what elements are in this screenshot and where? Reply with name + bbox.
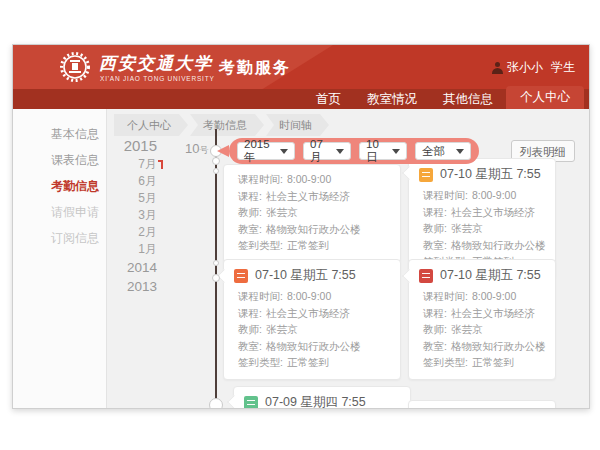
timeline-month-feb[interactable]: 2月 [109,224,157,241]
detail-label: 教室: [238,223,262,235]
detail-label: 课程时间: [423,290,468,302]
timeline-date-list: 2015 7月 6月 5月 3月 2月 1月 2014 2013 [109,135,157,296]
detail-label: 教室: [423,239,447,251]
sidebar-item-leave-request[interactable]: 请假申请 [13,199,106,225]
detail-value: 社会主义市场经济 [266,307,350,319]
breadcrumb-personal-center[interactable]: 个人中心 [114,114,188,136]
timeline-month-jul[interactable]: 7月 [109,156,157,173]
detail-value: 张芸京 [451,323,483,335]
timeline-node [213,168,219,174]
sidebar: 基本信息 课表信息 考勤信息 请假申请 订阅信息 [13,109,107,408]
detail-value: 社会主义市场经济 [266,190,350,202]
breadcrumb: 个人中心 考勤信息 时间轴 [114,114,329,136]
nav-item-other-info[interactable]: 其他信息 [430,89,506,109]
timeline-node [209,398,223,409]
chevron-down-icon [392,149,400,154]
timeline-year-2013[interactable]: 2013 [109,277,157,296]
chevron-down-icon [280,149,288,154]
user-role: 学生 [551,59,575,76]
detail-value: 张芸京 [451,222,483,234]
current-month-marker-icon [161,160,163,169]
attendance-card [408,400,556,409]
timeline-month-jun[interactable]: 6月 [109,173,157,190]
status-icon [419,168,433,182]
detail-value: 正常签到 [472,356,514,368]
timeline-year-2014[interactable]: 2014 [109,258,157,277]
year-select[interactable]: 2015年 [237,142,295,160]
detail-value: 社会主义市场经济 [451,206,535,218]
detail-value: 张芸京 [266,206,298,218]
detail-label: 教室: [423,340,447,352]
status-icon [244,396,258,410]
detail-value: 8:00-9:00 [472,189,516,201]
card-title: 07-10 星期五 7:55 [440,166,541,183]
nav-item-home[interactable]: 首页 [303,89,354,109]
detail-value: 格物致知行政办公楼 [451,239,546,251]
timeline-month-mar[interactable]: 3月 [109,207,157,224]
month-select[interactable]: 07月 [303,142,351,160]
content-area: 基本信息 课表信息 考勤信息 请假申请 订阅信息 个人中心 考勤信息 时间轴 2… [13,109,589,408]
app-window: 西安交通大学 XI'AN JIAO TONG UNIVERSITY 考勤服务 张… [12,44,590,409]
detail-value: 8:00-9:00 [287,173,331,185]
nav-item-classrooms[interactable]: 教室情况 [354,89,430,109]
timeline-node [212,274,220,282]
status-icon [419,269,433,283]
detail-label: 课程: [423,307,447,319]
chevron-down-icon [336,149,344,154]
card-title: 07-10 星期五 7:55 [440,267,541,284]
detail-label: 签到类型: [238,239,283,251]
attendance-card: 07-10 星期五 7:55 课程时间:8:00-9:00 课程:社会主义市场经… [408,259,556,380]
detail-label: 教师: [238,323,262,335]
detail-value: 8:00-9:00 [287,290,331,302]
main-nav: 首页 教室情况 其他信息 个人中心 [13,89,589,109]
filter-balloon: 2015年 07月 10日 全部 [229,138,479,164]
detail-value: 格物致知行政办公楼 [451,340,546,352]
user-icon [492,62,503,74]
detail-label: 课程: [423,206,447,218]
app-title: 考勤服务 [219,58,291,79]
timeline-month-jan[interactable]: 1月 [109,241,157,258]
university-logo-icon [59,51,91,83]
detail-label: 课程时间: [238,173,283,185]
nav-item-personal-center[interactable]: 个人中心 [506,86,584,109]
university-name-cn: 西安交通大学 [99,52,213,75]
timeline-year-2015[interactable]: 2015 [109,135,157,156]
sidebar-item-subscription-info[interactable]: 订阅信息 [13,225,106,251]
breadcrumb-timeline[interactable]: 时间轴 [266,114,329,136]
detail-value: 正常签到 [287,239,329,251]
detail-label: 教师: [423,222,447,234]
breadcrumb-attendance-info[interactable]: 考勤信息 [190,114,264,136]
detail-label: 课程: [238,190,262,202]
screenshot-canvas: 西安交通大学 XI'AN JIAO TONG UNIVERSITY 考勤服务 张… [0,0,600,450]
detail-value: 社会主义市场经济 [451,307,535,319]
sidebar-item-attendance-info[interactable]: 考勤信息 [13,173,106,199]
card-title: 07-09 星期四 7:55 [265,394,366,409]
detail-label: 教师: [238,206,262,218]
detail-label: 签到类型: [238,356,283,368]
detail-label: 教室: [238,340,262,352]
detail-value: 8:00-9:00 [472,290,516,302]
sidebar-item-schedule-info[interactable]: 课表信息 [13,147,106,173]
detail-label: 课程时间: [423,189,468,201]
timeline-month-may[interactable]: 5月 [109,190,157,207]
day-marker-10: 10号 [185,141,208,157]
detail-value: 格物致知行政办公楼 [266,340,361,352]
day-select[interactable]: 10日 [359,142,407,160]
detail-label: 课程: [238,307,262,319]
detail-value: 格物致知行政办公楼 [266,223,361,235]
sidebar-item-basic-info[interactable]: 基本信息 [13,121,106,147]
attendance-card: 07-10 星期五 7:55 课程时间:8:00-9:00 课程:社会主义市场经… [223,259,401,380]
scope-select[interactable]: 全部 [415,142,471,160]
user-name: 张小小 [507,59,543,76]
detail-value: 正常签到 [287,356,329,368]
detail-value: 张芸京 [266,323,298,335]
university-name-en: XI'AN JIAO TONG UNIVERSITY [100,75,215,82]
attendance-card: 07-09 星期四 7:55 [233,386,411,409]
chevron-down-icon [456,149,464,154]
user-info[interactable]: 张小小 学生 [492,59,575,76]
detail-label: 签到类型: [423,356,468,368]
status-icon [234,269,248,283]
detail-label: 教师: [423,323,447,335]
card-title: 07-10 星期五 7:55 [255,267,356,284]
attendance-card: 课程时间:8:00-9:00 课程:社会主义市场经济 教师:张芸京 教室:格物致… [223,164,401,263]
